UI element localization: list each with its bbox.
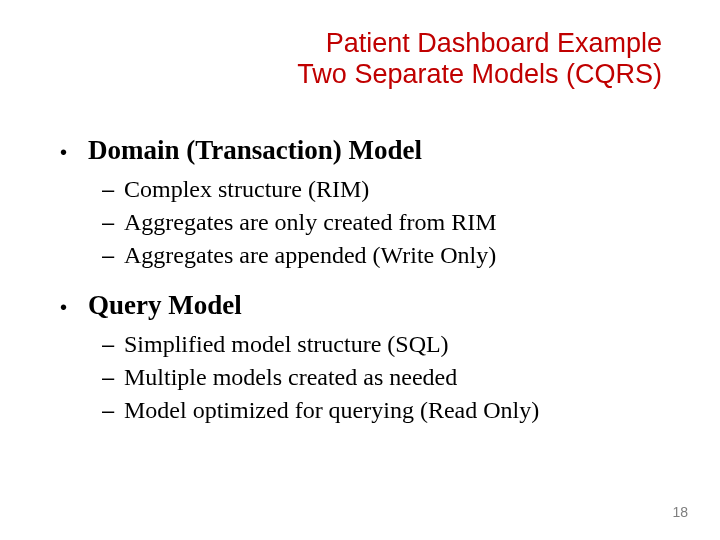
- sub-label: Simplified model structure (SQL): [124, 329, 449, 360]
- bullet-label: Domain (Transaction) Model: [88, 134, 422, 168]
- sub-label: Multiple models created as needed: [124, 362, 457, 393]
- bullet-icon: •: [60, 296, 88, 319]
- sub-group-query: – Simplified model structure (SQL) – Mul…: [102, 329, 662, 427]
- sub-group-domain: – Complex structure (RIM) – Aggregates a…: [102, 174, 662, 272]
- page-number: 18: [672, 504, 688, 520]
- bullet-domain-model: • Domain (Transaction) Model: [60, 134, 662, 168]
- dash-icon: –: [102, 177, 124, 203]
- list-item: – Simplified model structure (SQL): [102, 329, 662, 360]
- slide-content: • Domain (Transaction) Model – Complex s…: [60, 128, 662, 445]
- list-item: – Aggregates are appended (Write Only): [102, 240, 662, 271]
- list-item: – Multiple models created as needed: [102, 362, 662, 393]
- list-item: – Model optimized for querying (Read Onl…: [102, 395, 662, 426]
- dash-icon: –: [102, 243, 124, 269]
- list-item: – Complex structure (RIM): [102, 174, 662, 205]
- bullet-icon: •: [60, 141, 88, 164]
- list-item: – Aggregates are only created from RIM: [102, 207, 662, 238]
- bullet-label: Query Model: [88, 289, 242, 323]
- sub-label: Aggregates are only created from RIM: [124, 207, 497, 238]
- sub-label: Model optimized for querying (Read Only): [124, 395, 539, 426]
- dash-icon: –: [102, 210, 124, 236]
- dash-icon: –: [102, 365, 124, 391]
- sub-label: Complex structure (RIM): [124, 174, 369, 205]
- bullet-query-model: • Query Model: [60, 289, 662, 323]
- dash-icon: –: [102, 398, 124, 424]
- title-line-1: Patient Dashboard Example: [297, 28, 662, 59]
- dash-icon: –: [102, 332, 124, 358]
- sub-label: Aggregates are appended (Write Only): [124, 240, 496, 271]
- slide: Patient Dashboard Example Two Separate M…: [0, 0, 720, 540]
- title-line-2: Two Separate Models (CQRS): [297, 59, 662, 90]
- slide-title: Patient Dashboard Example Two Separate M…: [297, 28, 662, 90]
